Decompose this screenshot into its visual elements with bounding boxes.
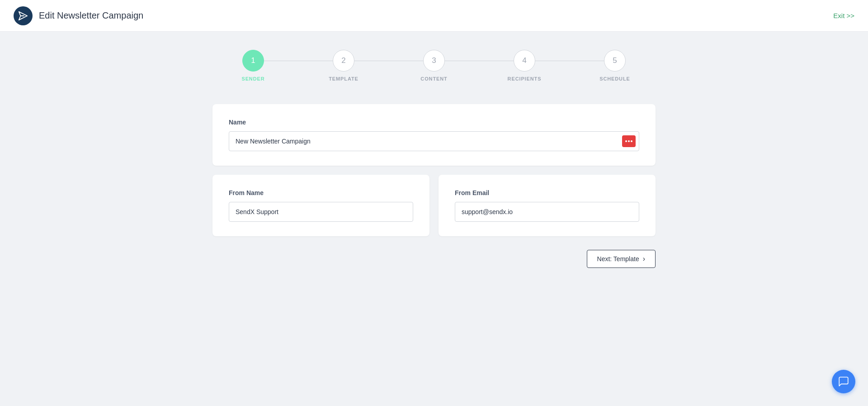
step-circle-2: 2 [333, 50, 354, 72]
from-name-card: From Name [212, 175, 429, 236]
paper-plane-icon [18, 11, 28, 21]
from-email-input-wrapper [455, 202, 639, 222]
step-circle-3: 3 [423, 50, 445, 72]
from-email-card: From Email [439, 175, 656, 236]
step-label-recipients: RECIPIENTS [508, 76, 542, 81]
step-recipients[interactable]: 4 RECIPIENTS [479, 50, 570, 81]
header-left: Edit Newsletter Campaign [14, 6, 143, 25]
stepper: 1 SENDER 2 TEMPLATE 3 CONTENT 4 RECIPIEN… [163, 50, 705, 81]
name-input-wrapper [229, 131, 639, 151]
next-btn-row: Next: Template › [212, 250, 656, 268]
step-label-schedule: SCHEDULE [599, 76, 630, 81]
name-card: Name [212, 104, 656, 166]
step-label-template: TEMPLATE [329, 76, 359, 81]
from-email-input[interactable] [455, 202, 639, 222]
step-content[interactable]: 3 CONTENT [389, 50, 479, 81]
step-circle-5: 5 [604, 50, 626, 72]
logo-icon [14, 6, 33, 25]
dots-button[interactable] [622, 135, 636, 147]
step-label-content: CONTENT [420, 76, 447, 81]
header: Edit Newsletter Campaign Exit >> [0, 0, 868, 32]
chat-button[interactable] [832, 370, 855, 393]
main-content: 1 SENDER 2 TEMPLATE 3 CONTENT 4 RECIPIEN… [0, 32, 868, 286]
next-template-button[interactable]: Next: Template › [587, 250, 656, 268]
step-circle-4: 4 [514, 50, 535, 72]
dot-1 [625, 140, 627, 142]
step-circle-1: 1 [242, 50, 264, 72]
from-name-input-wrapper [229, 202, 413, 222]
dot-2 [628, 140, 630, 142]
name-input[interactable] [229, 131, 639, 151]
from-row: From Name From Email [212, 175, 656, 236]
next-btn-label: Next: Template [597, 255, 639, 263]
from-name-label: From Name [229, 189, 413, 196]
step-template[interactable]: 2 TEMPLATE [298, 50, 389, 81]
step-label-sender: SENDER [241, 76, 264, 81]
step-schedule[interactable]: 5 SCHEDULE [570, 50, 660, 81]
chat-icon [838, 376, 849, 387]
from-name-input[interactable] [229, 202, 413, 222]
page-title: Edit Newsletter Campaign [39, 10, 143, 21]
step-sender[interactable]: 1 SENDER [208, 50, 298, 81]
next-arrow-icon: › [643, 255, 645, 263]
exit-link[interactable]: Exit >> [833, 12, 854, 19]
form-container: Name From Name From Email [212, 104, 656, 268]
dot-3 [631, 140, 632, 142]
name-label: Name [229, 119, 639, 126]
from-email-label: From Email [455, 189, 639, 196]
